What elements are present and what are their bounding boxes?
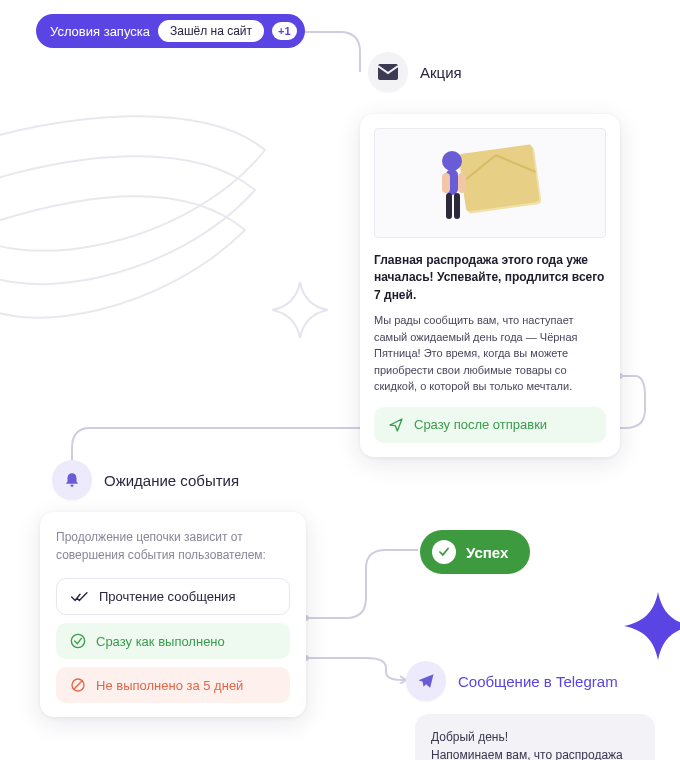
svg-rect-7 [458,173,466,193]
svg-rect-8 [446,193,452,219]
trigger-chip[interactable]: Зашёл на сайт [158,20,264,42]
envelope-icon [368,52,408,92]
trigger-plus-badge[interactable]: +1 [272,22,297,40]
wait-title-label: Ожидание события [104,472,239,489]
wait-card: Продолжение цепочки зависит от совершени… [40,512,306,717]
decorative-swoosh [0,110,275,390]
promo-illustration [374,128,606,238]
wait-row-fail[interactable]: Не выполнено за 5 дней [56,667,290,703]
svg-point-4 [442,151,462,171]
promo-header: Акция [368,52,462,92]
telegram-card: Добрый день! Напоминаем вам, что распрод… [415,714,655,760]
svg-line-14 [73,680,82,689]
wait-description: Продолжение цепочки зависит от совершени… [56,528,290,564]
check-icon [432,540,456,564]
telegram-header: Сообщение в Telegram [406,661,618,701]
telegram-greeting: Добрый день! [431,728,639,746]
bell-icon [52,460,92,500]
promo-title-label: Акция [420,64,462,81]
promo-action-label: Сразу после отправки [414,417,547,432]
connector-wait-to-success [306,548,426,628]
svg-rect-3 [458,144,539,212]
telegram-title-label: Сообщение в Telegram [458,673,618,690]
prohibited-icon [70,677,86,693]
send-icon [388,417,404,433]
promo-card-title: Главная распродажа этого года уже начала… [374,252,606,304]
sparkle-outline-icon [270,280,330,340]
sparkle-solid-icon [622,590,680,662]
promo-card: Главная распродажа этого года уже начала… [360,114,620,457]
trigger-pill[interactable]: Условия запуска Зашёл на сайт +1 [36,14,305,48]
svg-point-15 [306,615,309,621]
svg-rect-9 [454,193,460,219]
trigger-label: Условия запуска [50,24,150,39]
svg-rect-6 [442,173,450,193]
promo-action-row[interactable]: Сразу после отправки [374,407,606,443]
success-pill[interactable]: Успех [420,530,530,574]
svg-point-12 [71,634,84,647]
connector-wait-to-telegram [306,654,416,684]
wait-row-fail-label: Не выполнено за 5 дней [96,678,243,693]
wait-row-done-label: Сразу как выполнено [96,634,225,649]
svg-point-16 [306,655,309,661]
svg-rect-11 [71,485,74,487]
check-circle-icon [70,633,86,649]
wait-row-read-label: Прочтение сообщения [99,589,235,604]
promo-card-body: Мы рады сообщить вам, что наступает самы… [374,312,606,395]
wait-row-done[interactable]: Сразу как выполнено [56,623,290,659]
telegram-body: Напоминаем вам, что распродажа подходит … [431,746,639,760]
wait-header: Ожидание события [52,460,239,500]
double-check-icon [71,591,89,603]
success-label: Успех [466,544,508,561]
telegram-icon [406,661,446,701]
wait-row-read[interactable]: Прочтение сообщения [56,578,290,615]
